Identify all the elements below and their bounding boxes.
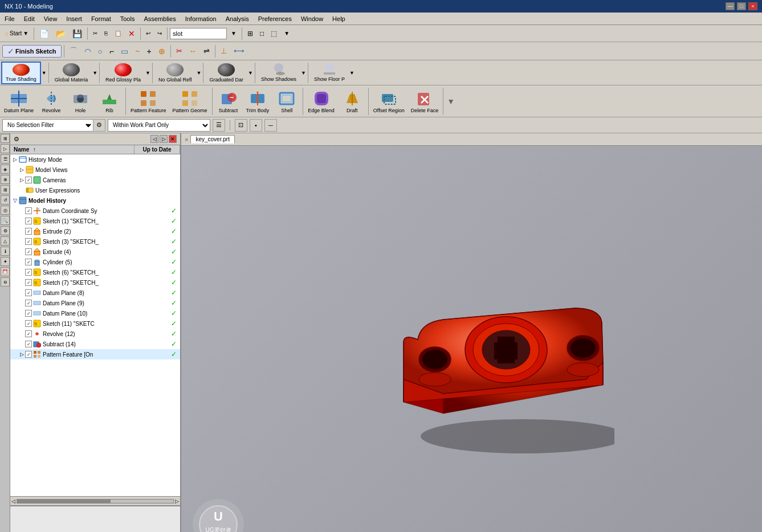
sk-btn1[interactable]: ⌒ (67, 44, 80, 58)
render-dropdown-2[interactable]: ▼ (92, 70, 97, 76)
no-global-refl-button[interactable]: No Global Refl (154, 62, 196, 84)
hole-button[interactable]: Hole (66, 87, 95, 116)
sk-btn4[interactable]: ⌐ (107, 45, 117, 58)
render-dropdown-5[interactable]: ▼ (248, 70, 253, 76)
sk-btn9[interactable]: ✂ (173, 45, 185, 57)
menu-analysis[interactable]: Analysis (221, 14, 254, 23)
revolve-12-checkbox[interactable]: ✓ (25, 330, 32, 337)
scroll-left-button[interactable]: ◁ (11, 498, 15, 504)
sketch-11-checkbox[interactable]: ✓ (25, 320, 32, 327)
work-part-dropdown[interactable]: Within Work Part Only (108, 119, 210, 132)
left-icon-1[interactable]: ⊞ (1, 134, 10, 143)
sk-btn7[interactable]: + (144, 45, 154, 58)
menu-assemblies[interactable]: Assemblies (139, 14, 180, 23)
expand-icon[interactable]: ▽ (11, 197, 18, 204)
menu-help[interactable]: Help (328, 14, 350, 23)
menu-tools[interactable]: Tools (116, 14, 140, 23)
delete-face-button[interactable]: Delete Face (408, 87, 442, 116)
display-btn[interactable]: ⬚ (268, 28, 280, 39)
menu-format[interactable]: Format (87, 14, 116, 23)
extrude-4-checkbox[interactable]: ✓ (25, 248, 32, 255)
global-material-button[interactable]: Global Materia (51, 62, 92, 84)
pattern-geome-button[interactable]: Pattern Geome (170, 87, 210, 116)
nav-back-button[interactable]: ◁ (150, 135, 158, 143)
tree-item-extrude-2[interactable]: ✓ Extrude (2) ✓ (10, 226, 180, 236)
new-button[interactable]: 📄 (36, 27, 52, 40)
tree-item-sketch-6[interactable]: ✓ S Sketch (6) "SKETCH_ ✓ (10, 267, 180, 277)
redo-button[interactable]: ↪ (154, 28, 165, 38)
sk-btn6[interactable]: ~ (132, 45, 142, 58)
tree-item-sketch-3[interactable]: ✓ S Sketch (3) "SKETCH_ ✓ (10, 236, 180, 247)
render-dropdown-1[interactable]: ▼ (42, 70, 47, 76)
more-features-button[interactable]: ▼ (445, 87, 457, 116)
restore-button[interactable]: □ (737, 2, 746, 10)
tree-item-extrude-4[interactable]: ✓ Extrude (4) ✓ (10, 247, 180, 257)
delete-button[interactable]: ✕ (125, 27, 138, 40)
shell-button[interactable]: Shell (272, 87, 301, 116)
datum-plane-button[interactable]: Datum Plane (1, 87, 36, 116)
tree-item-model-history[interactable]: ▽ Model History (10, 195, 180, 206)
draft-button[interactable]: Draft (338, 87, 366, 116)
datum-8-checkbox[interactable]: ✓ (25, 289, 32, 296)
left-icon-15[interactable]: ⊖ (1, 277, 10, 287)
revolve-button[interactable]: Revolve (37, 87, 66, 116)
tree-item-user-expressions[interactable]: User Expressions (10, 185, 180, 195)
expand-icon[interactable]: ▷ (18, 351, 25, 358)
tree-item-sketch-11[interactable]: ✓ S Sketch (11) "SKETC ✓ (10, 318, 180, 329)
edge-blend-button[interactable]: Edge Blend (305, 87, 337, 116)
point-btn[interactable]: • (250, 119, 262, 132)
sk-btn11[interactable]: ⇌ (201, 45, 213, 57)
menu-view[interactable]: View (39, 14, 62, 23)
left-icon-6[interactable]: ⊞ (1, 185, 10, 194)
left-icon-9[interactable]: 🔍 (1, 216, 10, 225)
sketch-3-checkbox[interactable]: ✓ (25, 238, 32, 245)
datum-coord-checkbox[interactable]: ✓ (25, 207, 32, 214)
render-dropdown-4[interactable]: ▼ (197, 70, 202, 76)
filter-mode-button[interactable]: ☰ (213, 119, 225, 132)
sketch-6-checkbox[interactable]: ✓ (25, 269, 32, 276)
col-name-header[interactable]: Name ↑ (10, 145, 135, 154)
menu-edit[interactable]: Edit (19, 14, 39, 23)
expand-icon[interactable]: ▷ (11, 156, 18, 163)
scroll-right-button[interactable]: ▷ (175, 498, 179, 504)
sketch-1-checkbox[interactable]: ✓ (25, 218, 32, 224)
left-icon-11[interactable]: △ (1, 236, 10, 245)
tree-item-revolve-12[interactable]: ✓ Revolve (12) ✓ (10, 329, 180, 339)
undo-button[interactable]: ↩ (143, 28, 153, 38)
snap-filter-btn[interactable]: ⊡ (235, 119, 247, 132)
tree-item-sketch-7[interactable]: ✓ S Sketch (7) "SKETCH_ ✓ (10, 277, 180, 288)
filter-settings-button[interactable]: ⚙ (93, 119, 105, 132)
datum-10-checkbox[interactable]: ✓ (25, 310, 32, 317)
expand-icon[interactable]: ▷ (18, 166, 25, 173)
rib-button[interactable]: Rib (95, 87, 124, 116)
left-icon-10[interactable]: ⚙ (1, 226, 10, 235)
line-btn[interactable]: ─ (264, 119, 277, 132)
left-icon-5[interactable]: ⊕ (1, 175, 10, 184)
search-input[interactable] (170, 28, 227, 39)
tree-item-datum-coord[interactable]: ✓ X Datum Coordinate Sy ✓ (10, 206, 180, 216)
datum-9-checkbox[interactable]: ✓ (25, 300, 32, 306)
sk-btn8[interactable]: ⊛ (156, 45, 168, 58)
start-button[interactable]: ⌂ Start ▼ (2, 28, 31, 38)
viewport-tab-close[interactable]: × (185, 136, 188, 143)
paste-button[interactable]: 📋 (112, 28, 124, 38)
sk-btn12[interactable]: ⊥ (218, 45, 230, 57)
save-button[interactable]: 💾 (70, 27, 85, 40)
minimize-button[interactable]: — (726, 2, 735, 10)
tree-item-cylinder-5[interactable]: ✓ Cylinder (5) ✓ (10, 257, 180, 267)
left-icon-4[interactable]: ◈ (1, 165, 10, 174)
tree-item-datum-9[interactable]: ✓ Datum Plane (9) ✓ (10, 298, 180, 308)
nav-close-button[interactable]: ✕ (169, 135, 177, 143)
tree-item-cameras[interactable]: ▷ ✓ Cameras (10, 175, 180, 185)
red-glossy-button[interactable]: Red Glossy Pla (101, 62, 145, 84)
menu-preferences[interactable]: Preferences (254, 14, 296, 23)
col-status-header[interactable]: Up to Date (135, 145, 180, 154)
extrude-2-checkbox[interactable]: ✓ (25, 228, 32, 235)
selection-filter-dropdown[interactable]: No Selection Filter (2, 119, 93, 132)
left-icon-2[interactable]: ▷ (1, 144, 10, 153)
more-btn1[interactable]: ▼ (281, 28, 292, 38)
tree-item-sketch-1[interactable]: ✓ S Sketch (1) "SKETCH_ ✓ (10, 216, 180, 226)
navigator-settings-icon[interactable]: ⚙ (14, 136, 19, 143)
tree-item-pattern-feature[interactable]: ▷ ✓ Pattern Feature [On ✓ (10, 349, 180, 359)
offset-region-button[interactable]: Offset Region (370, 87, 408, 116)
